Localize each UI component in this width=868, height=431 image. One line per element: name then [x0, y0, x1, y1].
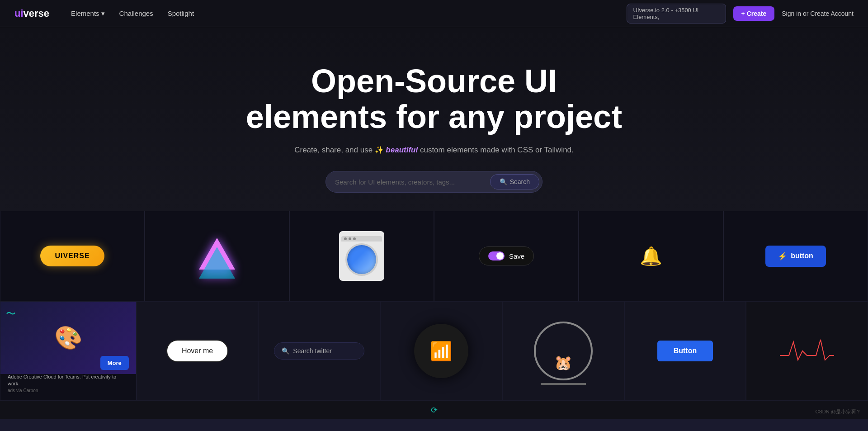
nav-right: UIverse.io 2.0 - +3500 UI Elements, + Cr…: [627, 4, 854, 24]
logo-ui-text: ui: [14, 8, 24, 19]
wheel-circle: [534, 322, 593, 380]
wheel-stand: [541, 383, 586, 385]
lightning-icon: ⚡: [778, 252, 787, 260]
signin-link[interactable]: Sign in or Create Account: [782, 10, 854, 17]
search-button[interactable]: 🔍 Search: [490, 174, 539, 189]
create-button[interactable]: + Create: [733, 6, 775, 21]
save-pill: Save: [479, 246, 534, 265]
sparkle-icon: ✨: [375, 146, 386, 154]
pyramid-triangle: [199, 238, 235, 270]
hamster-animal: 🐹: [554, 354, 572, 371]
card-bell: 🔔: [579, 211, 723, 301]
hero-subtitle: Create, share, and use ✨ beautiful custo…: [9, 146, 859, 155]
washing-machine-element: [339, 231, 384, 281]
chevron-down-icon: ▾: [101, 9, 105, 18]
ad-source: ads via Carbon: [8, 388, 38, 393]
card-lightning-btn: ⚡ button: [723, 211, 868, 301]
heartbeat-chart: [780, 337, 834, 365]
card-twitter-search: 🔍 Search twitter: [258, 301, 380, 401]
card-ad: 〜 🎨 More Adobe Creative Cloud for Teams.…: [0, 301, 137, 401]
card-hamster: 🐹: [502, 301, 624, 401]
nav-challenges[interactable]: Challenges: [119, 9, 153, 17]
twitter-search-text: Search twitter: [293, 347, 332, 355]
more-button[interactable]: More: [100, 356, 129, 370]
hover-me-button[interactable]: Hover me: [166, 340, 228, 362]
logo-verse-text: verse: [24, 8, 50, 19]
nav-spotlight[interactable]: Spotlight: [168, 9, 194, 17]
uiverse-button[interactable]: UIVERSE: [40, 246, 104, 266]
search-input[interactable]: [335, 178, 490, 186]
hero-section: Open-Source UI elements for any project …: [0, 27, 868, 211]
csdn-watermark: CSDN @是小宗啊？: [816, 408, 861, 415]
wifi-circle: 📶: [414, 324, 468, 378]
bottom-bar: ⟳ CSDN @是小宗啊？: [0, 401, 868, 419]
blue-button[interactable]: Button: [657, 341, 713, 361]
ad-title: Adobe Creative Cloud for Teams. Put crea…: [8, 374, 129, 388]
card-save-btn: Save: [434, 211, 579, 301]
washing-machine-drum: [345, 243, 378, 276]
navbar: uiverse Elements ▾ Challenges Spotlight …: [0, 0, 868, 27]
twitter-search-bar[interactable]: 🔍 Search twitter: [274, 342, 364, 360]
wm-dot-3: [353, 237, 356, 240]
preview-row-2: 〜 🎨 More Adobe Creative Cloud for Teams.…: [0, 301, 868, 401]
save-toggle[interactable]: [488, 251, 505, 260]
preview-row-1: UIVERSE Save 🔔 ⚡ button: [0, 211, 868, 301]
wifi-icon: 📶: [430, 341, 453, 362]
card-hover-me: Hover me: [137, 301, 259, 401]
teal-wave-icon: 〜: [6, 307, 16, 321]
scroll-indicator: ⟳: [431, 405, 438, 415]
wm-dot-1: [344, 237, 347, 240]
ad-illustration: 🎨: [54, 325, 82, 351]
card-heartbeat: [746, 301, 868, 401]
nav-elements[interactable]: Elements ▾: [71, 9, 105, 18]
card-washing-machine: [289, 211, 434, 301]
wm-dot-2: [349, 237, 351, 240]
lightning-button[interactable]: ⚡ button: [765, 246, 826, 267]
announcement-banner: UIverse.io 2.0 - +3500 UI Elements,: [627, 4, 726, 24]
washing-machine-top: [341, 236, 382, 242]
card-wifi: 📶: [380, 301, 502, 401]
logo[interactable]: uiverse: [14, 8, 49, 19]
pyramid-shape: [199, 238, 235, 274]
card-uiverse-btn: UIVERSE: [0, 211, 145, 301]
search-icon: 🔍: [500, 178, 507, 185]
search-bar: 🔍 Search: [326, 171, 542, 193]
hero-title: Open-Source UI elements for any project: [9, 63, 859, 135]
twitter-search-icon: 🔍: [282, 347, 289, 355]
card-blue-btn: Button: [624, 301, 746, 401]
card-pyramid: [145, 211, 289, 301]
nav-links: Elements ▾ Challenges Spotlight: [71, 9, 627, 18]
bell-icon: 🔔: [640, 246, 662, 267]
hamster-wheel: 🐹: [534, 322, 593, 380]
